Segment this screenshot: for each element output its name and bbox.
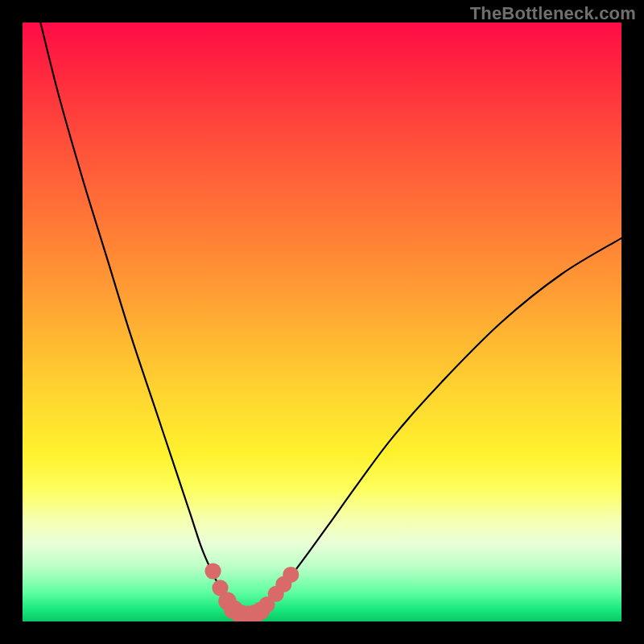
- watermark-label: TheBottleneck.com: [470, 3, 636, 24]
- bottleneck-curve: [40, 23, 621, 616]
- chart-frame: TheBottleneck.com: [0, 0, 644, 644]
- chart-svg: [23, 23, 621, 621]
- highlight-marker: [283, 567, 299, 583]
- chart-plot-area: [23, 23, 621, 621]
- highlight-markers: [205, 563, 299, 621]
- highlight-marker: [205, 563, 221, 579]
